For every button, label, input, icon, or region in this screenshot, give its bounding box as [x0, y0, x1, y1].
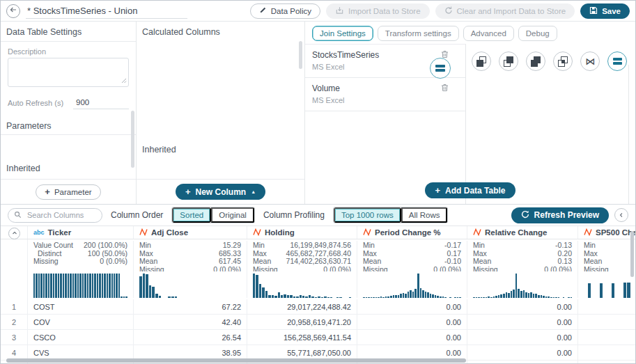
cell-holding: 55,771,687,050.00	[247, 345, 357, 360]
histogram-bar	[97, 274, 98, 298]
column-header-adj-close[interactable]: Adj Close	[133, 226, 247, 239]
auto-refresh-input[interactable]	[73, 97, 129, 109]
column-name: Period Change %	[375, 228, 441, 237]
histogram-bar	[495, 296, 497, 298]
table-row[interactable]: 1COST67.2229,017,224,488.420.000.00	[1, 299, 635, 315]
table-row[interactable]: 3CSCO26.54156,258,569,411.540.000.00	[1, 330, 635, 345]
profiling-option-all-rows[interactable]: All Rows	[401, 207, 448, 223]
panel-divider	[628, 65, 629, 204]
search-columns-input[interactable]	[26, 210, 96, 220]
vertical-scrollbar[interactable]	[630, 231, 634, 277]
histogram-bar	[414, 289, 417, 298]
column-header-ticker[interactable]: abcTicker	[27, 226, 133, 239]
new-column-button[interactable]: + New Column ▲	[176, 184, 265, 200]
stat-label: Min	[584, 242, 596, 250]
settings-scrollbar[interactable]	[131, 111, 134, 168]
histogram-bar	[53, 274, 54, 298]
tab-join-settings[interactable]: Join Settings	[312, 26, 373, 41]
histogram-bar	[558, 297, 560, 298]
clear-and-import-button[interactable]: Clear and Import Data to Store	[435, 3, 575, 19]
cell-sp500-change	[577, 361, 635, 364]
histogram-bar	[94, 274, 95, 298]
back-button[interactable]	[6, 4, 20, 18]
profiling-option-top-1000-rows[interactable]: Top 1000 rows	[334, 207, 401, 223]
add-data-table-button[interactable]: + Add Data Table	[425, 182, 515, 198]
tab-advanced[interactable]: Advanced	[463, 26, 514, 41]
description-label: Description	[8, 47, 129, 56]
stat-label: Missing	[584, 266, 609, 272]
order-option-sorted[interactable]: Sorted	[172, 207, 211, 223]
histogram-bar	[378, 297, 380, 298]
stat-label: Min	[363, 242, 375, 250]
column-histogram-relative-change	[467, 271, 577, 298]
chevron-left-icon	[618, 210, 625, 221]
column-header-holding[interactable]: Holding	[247, 226, 357, 239]
histogram-bar	[121, 296, 122, 298]
histogram-bar	[168, 296, 171, 298]
histogram-bar	[623, 283, 627, 298]
description-textarea[interactable]	[8, 58, 129, 87]
histogram-bar	[525, 292, 527, 298]
histogram-bar	[437, 296, 439, 298]
import-data-to-store-button[interactable]: Import Data to Store	[326, 3, 430, 19]
column-stats-ticker: Value Count200 (100.0%)Distinct100 (50.0…	[27, 241, 133, 271]
stat-row: Mean0.13	[473, 258, 572, 266]
tab-debug[interactable]: Debug	[518, 26, 557, 41]
column-stats-period-change: Min-0.17Max0.17Mean-0.10Missing0 (0.0%)	[357, 241, 467, 271]
collapse-profiling-button[interactable]	[8, 228, 20, 239]
histogram-bar	[430, 294, 432, 298]
stat-label: Mean	[139, 258, 157, 266]
document-title[interactable]: * StocksTimeSeries - Union	[26, 3, 187, 19]
table-row[interactable]: 2COV42.4020,958,619,471.200.000.00	[1, 315, 635, 330]
column-header-relative-change[interactable]: Relative Change	[467, 226, 577, 239]
union-connector-icon[interactable]	[430, 58, 451, 79]
stat-label: Min	[139, 242, 151, 250]
histogram-bar	[568, 297, 570, 298]
histogram-bar	[545, 296, 548, 298]
histogram-bar	[490, 297, 492, 298]
calc-scrollbar[interactable]	[299, 41, 302, 69]
order-option-original[interactable]: Original	[211, 207, 254, 223]
histogram-bar	[481, 297, 483, 298]
left-join-icon[interactable]	[472, 52, 491, 71]
histogram-bar	[506, 292, 508, 298]
histogram-bar	[373, 297, 375, 298]
right-join-icon[interactable]	[499, 52, 518, 71]
histogram-bar	[315, 297, 317, 298]
outer-join-icon[interactable]	[553, 52, 573, 71]
numeric-type-icon	[139, 228, 148, 237]
histogram-bar	[387, 296, 389, 298]
plus-icon: +	[185, 187, 191, 196]
preview-toolbar: Column Order SortedOriginal Column Profi…	[1, 205, 635, 225]
histogram-bar	[349, 297, 351, 298]
refresh-preview-button[interactable]: Refresh Preview	[511, 207, 609, 223]
histogram-bar	[63, 274, 64, 298]
add-parameter-button[interactable]: + Parameter	[36, 184, 100, 200]
inner-join-icon[interactable]	[526, 52, 545, 71]
cell-adj-close: 26.54	[133, 330, 247, 345]
data-table-item[interactable]: VolumeMS Excel	[305, 78, 465, 111]
histogram-bar	[43, 274, 45, 298]
caret-up-icon: ▲	[251, 189, 256, 194]
histogram-bar	[146, 274, 148, 298]
save-button[interactable]: Save	[580, 3, 630, 19]
column-header-period-change[interactable]: Period Change %	[357, 226, 467, 239]
histogram-bar	[432, 294, 434, 298]
column-name: Ticker	[48, 228, 72, 237]
histogram-bar	[278, 292, 280, 298]
data-policy-button[interactable]: Data Policy	[250, 3, 320, 19]
union-icon[interactable]	[607, 52, 627, 71]
histogram-bar	[412, 292, 414, 298]
cell-relative-change: 0.00	[467, 299, 577, 314]
cross-join-icon[interactable]: ⋈	[580, 52, 600, 71]
grid-histograms-row	[1, 271, 635, 299]
histogram-bar	[627, 283, 630, 298]
horizontal-scrollbar[interactable]	[6, 358, 466, 363]
column-header-sp500-change[interactable]: SP500 Change	[577, 226, 635, 239]
collapse-preview-button[interactable]	[614, 208, 628, 222]
delete-table-button[interactable]	[441, 84, 449, 94]
histogram-bar	[535, 294, 537, 298]
tab-transform-settings[interactable]: Transform settings	[378, 26, 459, 41]
histogram-bar	[152, 287, 155, 298]
histogram-bar	[296, 296, 298, 298]
